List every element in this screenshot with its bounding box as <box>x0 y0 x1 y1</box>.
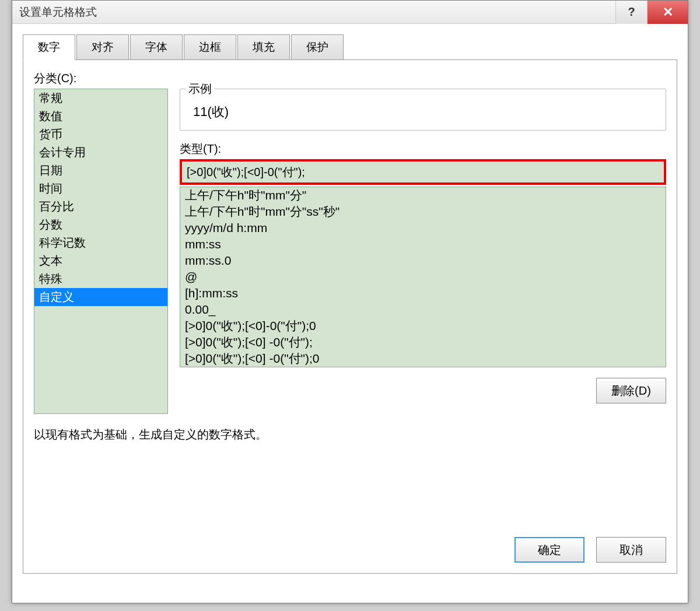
category-item-date[interactable]: 日期 <box>34 161 167 180</box>
category-item-scientific[interactable]: 科学记数 <box>34 234 167 252</box>
category-item-general[interactable]: 常规 <box>34 89 167 107</box>
category-item-time[interactable]: 时间 <box>34 180 167 198</box>
tab-protection[interactable]: 保护 <box>291 34 344 60</box>
help-icon: ? <box>628 5 635 19</box>
category-listbox[interactable]: 常规 数值 货币 会计专用 日期 时间 百分比 分数 科学记数 文本 特殊 自定… <box>34 89 168 414</box>
close-button[interactable]: ✕ <box>647 1 688 24</box>
dialog-footer: 确定 取消 <box>514 537 666 563</box>
format-item[interactable]: 上午/下午h"时"mm"分" <box>180 187 666 203</box>
category-label: 分类(C): <box>34 71 666 86</box>
hint-text: 以现有格式为基础，生成自定义的数字格式。 <box>34 427 666 443</box>
window-controls: ? ✕ <box>615 1 688 24</box>
tab-border[interactable]: 边框 <box>184 34 236 60</box>
category-item-special[interactable]: 特殊 <box>34 270 167 288</box>
category-item-accounting[interactable]: 会计专用 <box>34 143 167 161</box>
tab-alignment[interactable]: 对齐 <box>76 34 129 60</box>
category-item-fraction[interactable]: 分数 <box>34 216 167 234</box>
type-label: 类型(T): <box>180 141 666 157</box>
category-item-percentage[interactable]: 百分比 <box>34 198 167 216</box>
dialog-body: 数字 对齐 字体 边框 填充 保护 分类(C): 常规 数值 货币 会计专用 日… <box>12 24 688 584</box>
close-icon: ✕ <box>663 5 673 20</box>
tab-strip: 数字 对齐 字体 边框 填充 保护 <box>23 34 677 60</box>
format-item[interactable]: 0.00_ <box>180 301 666 318</box>
format-listbox[interactable]: 上午/下午h"时"mm"分" 上午/下午h"时"mm"分"ss"秒" yyyy/… <box>180 187 666 367</box>
tab-fill[interactable]: 填充 <box>237 34 290 60</box>
format-item[interactable]: 上午/下午h"时"mm"分"ss"秒" <box>180 203 666 220</box>
ok-button[interactable]: 确定 <box>514 537 584 563</box>
delete-row: 删除(D) <box>180 378 666 403</box>
format-item[interactable]: mm:ss.0 <box>180 252 666 269</box>
delete-button[interactable]: 删除(D) <box>596 378 666 403</box>
window-title: 设置单元格格式 <box>19 5 97 20</box>
category-item-custom[interactable]: 自定义 <box>34 288 167 306</box>
format-item[interactable]: @ <box>180 269 666 285</box>
type-input[interactable] <box>180 159 666 185</box>
format-item[interactable]: [>0]0("收");[<0] -0("付");0 <box>180 350 666 367</box>
tab-content: 分类(C): 常规 数值 货币 会计专用 日期 时间 百分比 分数 科学记数 文… <box>23 59 677 574</box>
cancel-button[interactable]: 取消 <box>596 537 666 563</box>
tab-font[interactable]: 字体 <box>130 34 183 60</box>
titlebar: 设置单元格格式 ? ✕ <box>12 1 688 24</box>
sample-value: 11(收) <box>190 97 656 121</box>
main-row: 常规 数值 货币 会计专用 日期 时间 百分比 分数 科学记数 文本 特殊 自定… <box>34 89 666 414</box>
format-item[interactable]: [>0]0("收");[<0]-0("付");0 <box>180 318 666 334</box>
tab-number[interactable]: 数字 <box>23 34 75 60</box>
format-item[interactable]: [h]:mm:ss <box>180 285 666 301</box>
sample-legend: 示例 <box>186 81 214 97</box>
format-item[interactable]: yyyy/m/d h:mm <box>180 220 666 236</box>
category-item-number[interactable]: 数值 <box>34 107 167 125</box>
format-item[interactable]: mm:ss <box>180 236 666 252</box>
help-button[interactable]: ? <box>615 1 647 24</box>
category-item-text[interactable]: 文本 <box>34 252 167 270</box>
dialog-window: 设置单元格格式 ? ✕ 数字 对齐 字体 边框 填充 保护 分类(C): 常规 … <box>12 0 688 603</box>
right-column: 示例 11(收) 类型(T): 上午/下午h"时"mm"分" 上午/下午h"时"… <box>180 89 666 414</box>
sample-fieldset: 示例 11(收) <box>180 89 666 131</box>
category-item-currency[interactable]: 货币 <box>34 125 167 143</box>
format-item[interactable]: [>0]0("收");[<0] -0("付"); <box>180 334 666 350</box>
